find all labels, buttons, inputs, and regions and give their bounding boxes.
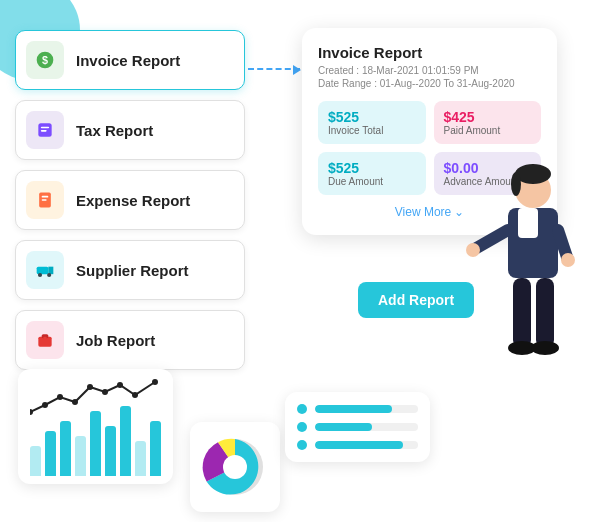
progress-row-1 [297, 422, 418, 432]
svg-text:$: $ [42, 54, 48, 66]
invoice-icon: $ [26, 41, 64, 79]
expense-label: Expense Report [76, 192, 190, 209]
scene: $Invoice ReportTax ReportExpense ReportS… [0, 0, 590, 522]
invoice-label: Invoice Report [76, 52, 180, 69]
bar-chart-card [18, 369, 173, 484]
pie-chart-card [190, 422, 280, 512]
svg-point-27 [531, 341, 559, 355]
svg-point-35 [132, 392, 138, 398]
report-item-job[interactable]: Job Report [15, 310, 245, 370]
bar-3 [75, 436, 86, 476]
svg-point-10 [38, 273, 42, 277]
svg-rect-8 [37, 267, 49, 275]
svg-rect-4 [41, 130, 47, 132]
cell-amount-0: $525 [328, 109, 416, 125]
line-chart-overlay [30, 377, 161, 417]
svg-rect-3 [41, 127, 49, 129]
progress-dot-2 [297, 440, 307, 450]
cell-label-1: Paid Amount [444, 125, 532, 136]
invoice-card-date-range: Date Range : 01-Aug--2020 To 31-Aug-2020 [318, 78, 541, 89]
progress-row-0 [297, 404, 418, 414]
svg-point-36 [152, 379, 158, 385]
bar-5 [105, 426, 116, 476]
svg-point-30 [57, 394, 63, 400]
progress-dot-0 [297, 404, 307, 414]
progress-dot-1 [297, 422, 307, 432]
bar-4 [90, 411, 101, 476]
svg-point-21 [466, 243, 480, 257]
expense-icon [26, 181, 64, 219]
svg-point-38 [223, 455, 247, 479]
job-icon [26, 321, 64, 359]
bar-2 [60, 421, 71, 476]
svg-rect-24 [513, 278, 531, 348]
progress-row-2 [297, 440, 418, 450]
invoice-card-created: Created : 18-Mar-2021 01:01:59 PM [318, 65, 541, 76]
bar-7 [135, 441, 146, 476]
pie-chart-svg [200, 432, 270, 502]
cell-label-0: Invoice Total [328, 125, 416, 136]
svg-point-11 [47, 273, 51, 277]
progress-track-1 [315, 423, 418, 431]
person-illustration [458, 160, 578, 380]
progress-fill-0 [315, 405, 392, 413]
invoice-cell-0: $525Invoice Total [318, 101, 426, 144]
svg-point-23 [561, 253, 575, 267]
svg-rect-6 [42, 196, 49, 198]
cell-amount-1: $425 [444, 109, 532, 125]
job-label: Job Report [76, 332, 155, 349]
tax-label: Tax Report [76, 122, 153, 139]
svg-rect-14 [43, 337, 46, 340]
bar-8 [150, 421, 161, 476]
svg-point-29 [42, 402, 48, 408]
invoice-card-title: Invoice Report [318, 44, 541, 61]
tax-icon [26, 111, 64, 149]
svg-point-33 [102, 389, 108, 395]
report-item-expense[interactable]: Expense Report [15, 170, 245, 230]
svg-rect-19 [518, 208, 538, 238]
progress-fill-1 [315, 423, 372, 431]
svg-point-34 [117, 382, 123, 388]
report-item-invoice[interactable]: $Invoice Report [15, 30, 245, 90]
progress-fill-2 [315, 441, 403, 449]
progress-card [285, 392, 430, 462]
svg-rect-7 [42, 199, 47, 201]
bar-1 [45, 431, 56, 476]
progress-track-2 [315, 441, 418, 449]
report-list: $Invoice ReportTax ReportExpense ReportS… [15, 30, 245, 370]
svg-point-32 [87, 384, 93, 390]
report-item-tax[interactable]: Tax Report [15, 100, 245, 160]
svg-point-31 [72, 399, 78, 405]
invoice-cell-1: $425Paid Amount [434, 101, 542, 144]
cell-label-2: Due Amount [328, 176, 416, 187]
arrow-line [248, 68, 300, 70]
cell-amount-2: $525 [328, 160, 416, 176]
progress-track-0 [315, 405, 418, 413]
supplier-label: Supplier Report [76, 262, 189, 279]
bar-0 [30, 446, 41, 476]
svg-rect-25 [536, 278, 554, 348]
add-report-button[interactable]: Add Report [358, 282, 474, 318]
report-item-supplier[interactable]: Supplier Report [15, 240, 245, 300]
supplier-icon [26, 251, 64, 289]
svg-point-17 [511, 172, 521, 196]
invoice-cell-2: $525Due Amount [318, 152, 426, 195]
